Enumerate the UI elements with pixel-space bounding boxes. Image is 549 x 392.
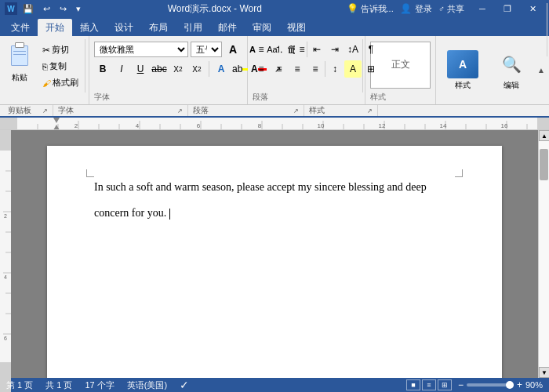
styles-expand-icon[interactable]: ↗ <box>367 107 373 114</box>
tab-insert[interactable]: 插入 <box>72 19 107 36</box>
svg-text:14: 14 <box>440 122 447 129</box>
total-pages: 共 1 页 <box>45 379 72 391</box>
clipboard-expand-icon[interactable]: ↗ <box>42 107 48 114</box>
paste-button[interactable]: 粘贴 <box>2 39 38 85</box>
increase-indent-btn[interactable]: ⇥ <box>326 41 344 58</box>
subscript-button[interactable]: X2 <box>169 60 187 78</box>
zoom-thumb[interactable] <box>506 381 514 389</box>
ribbon-right-area: A 样式 🔍 编辑 ▲ <box>436 36 549 104</box>
multi-level-btn[interactable]: ⋮≡ <box>289 41 306 58</box>
group-labels-bar: 剪贴板 ↗ 字体 ↗ 段落 ↗ 样式 ↗ <box>0 105 549 118</box>
svg-text:6: 6 <box>197 122 201 129</box>
align-left-btn[interactable]: ≡ <box>253 60 270 78</box>
text-effects-btn[interactable]: A <box>213 60 230 78</box>
share-btn[interactable]: ♂ 共享 <box>438 3 464 15</box>
border-btn[interactable]: ⊞ <box>362 60 380 78</box>
save-quick-btn[interactable]: 💾 <box>20 4 36 14</box>
spell-check-icon[interactable]: ✓ <box>180 379 189 391</box>
tab-review[interactable]: 审阅 <box>245 19 279 36</box>
document-page[interactable]: In such a soft and warm season, please a… <box>47 146 502 378</box>
font-size-select[interactable]: 五号 <box>191 42 222 57</box>
align-center-btn[interactable]: ≡ <box>271 60 288 78</box>
tab-mailings[interactable]: 邮件 <box>210 19 245 36</box>
zoom-level: 90% <box>525 380 543 390</box>
svg-rect-2 <box>17 118 537 130</box>
corner-mark-tl <box>86 169 94 177</box>
content-line1: In such a soft and warm season, please a… <box>94 177 455 197</box>
gl-styles: 样式 ↗ <box>304 105 378 116</box>
shading-btn[interactable]: A <box>344 60 362 78</box>
clipboard-group: 粘贴 ✂ 剪切 ⎘ 复制 🖌 格式刷 <box>0 36 89 104</box>
font-expand-icon[interactable]: ↗ <box>177 107 183 114</box>
scroll-down-btn[interactable]: ▼ <box>539 367 549 378</box>
window-controls: ─ ❐ ✕ <box>471 0 544 17</box>
vertical-ruler: 2 4 6 <box>0 130 11 378</box>
print-view-btn[interactable]: ■ <box>406 379 420 390</box>
copy-button[interactable]: ⎘ 复制 <box>39 59 82 74</box>
undo-btn[interactable]: ↩ <box>41 4 53 14</box>
font-group-label: 字体 <box>94 92 110 103</box>
quick-access-toolbar: 💾 ↩ ↪ ▾ <box>20 4 83 14</box>
ribbon-collapse-btn[interactable]: ▲ <box>533 66 549 74</box>
scroll-thumb[interactable] <box>540 149 548 180</box>
corner-mark-tr <box>455 169 463 177</box>
highlight-btn[interactable]: ab <box>231 60 249 78</box>
grow-font-btn[interactable]: A <box>224 41 242 58</box>
document-area: In such a soft and warm season, please a… <box>11 130 538 378</box>
svg-rect-1 <box>537 118 549 130</box>
tab-references[interactable]: 引用 <box>176 19 210 36</box>
bold-button[interactable]: B <box>94 60 111 78</box>
status-bar: 第 1 页 共 1 页 17 个字 英语(美国) ✓ ■ ≡ ⊞ − + 90% <box>0 378 549 392</box>
tab-file[interactable]: 文件 <box>3 19 38 36</box>
tab-design[interactable]: 设计 <box>107 19 141 36</box>
font-name-select[interactable]: 微软雅黑 <box>94 42 188 57</box>
styles-big-button[interactable]: A 样式 <box>439 49 486 92</box>
edit-big-button[interactable]: 🔍 编辑 <box>493 49 530 92</box>
cut-button[interactable]: ✂ 剪切 <box>39 42 82 57</box>
close-btn[interactable]: ✕ <box>521 0 544 17</box>
login-btn[interactable]: 👤 登录 <box>400 3 432 15</box>
tab-home[interactable]: 开始 <box>38 19 72 36</box>
superscript-button[interactable]: X2 <box>188 60 205 78</box>
minimize-btn[interactable]: ─ <box>471 0 494 17</box>
tab-view[interactable]: 视图 <box>279 19 314 36</box>
vertical-scrollbar[interactable]: ▲ ▼ <box>538 130 549 378</box>
svg-rect-39 <box>0 151 11 362</box>
paragraph-expand-icon[interactable]: ↗ <box>293 107 299 114</box>
svg-text:4: 4 <box>4 274 7 280</box>
tab-layout[interactable]: 布局 <box>141 19 176 36</box>
divider <box>307 42 307 57</box>
help-feedback[interactable]: 💡 告诉我... <box>347 3 394 15</box>
underline-button[interactable]: U <box>132 60 149 78</box>
sort-btn[interactable]: ↕A <box>344 41 362 58</box>
strikethrough-button[interactable]: abc <box>151 60 168 78</box>
zoom-in-btn[interactable]: + <box>517 379 522 390</box>
bullets-btn[interactable]: ≡ <box>253 41 270 58</box>
zoom-out-btn[interactable]: − <box>458 379 464 390</box>
scroll-up-btn[interactable]: ▲ <box>539 130 549 141</box>
horizontal-ruler: 2 4 6 8 10 12 14 16 <box>0 118 549 130</box>
zoom-controls: − + 90% <box>458 379 543 390</box>
ribbon-tab-bar: 文件 开始 插入 设计 布局 引用 邮件 审阅 视图 <box>0 17 549 36</box>
customize-btn[interactable]: ▾ <box>74 4 83 14</box>
format-painter-button[interactable]: 🖌 格式刷 <box>39 75 82 90</box>
decrease-indent-btn[interactable]: ⇤ <box>308 41 325 58</box>
zoom-slider[interactable] <box>467 383 514 387</box>
italic-button[interactable]: I <box>113 60 130 78</box>
view-buttons: ■ ≡ ⊞ <box>406 379 452 390</box>
paragraph-group: ≡ ⒈ ⋮≡ ⇤ ⇥ ↕A ¶ ≡ ≡ ≡ ≡ ↕ A ⊞ 段落 <box>248 36 365 104</box>
gl-font: 字体 ↗ <box>53 105 188 116</box>
show-marks-btn[interactable]: ¶ <box>362 41 380 58</box>
justify-btn[interactable]: ≡ <box>307 60 324 78</box>
numbering-btn[interactable]: ⒈ <box>271 41 288 58</box>
restore-btn[interactable]: ❐ <box>496 0 519 17</box>
redo-btn[interactable]: ↪ <box>57 4 69 14</box>
line-spacing-btn[interactable]: ↕ <box>326 60 344 78</box>
page-content[interactable]: In such a soft and warm season, please a… <box>94 177 455 223</box>
align-right-btn[interactable]: ≡ <box>289 60 306 78</box>
web-view-btn[interactable]: ⊞ <box>438 379 452 390</box>
read-view-btn[interactable]: ≡ <box>422 379 436 390</box>
title-bar-left: W 💾 ↩ ↪ ▾ <box>5 2 83 15</box>
scroll-track[interactable] <box>539 141 549 367</box>
word-count: 17 个字 <box>85 379 114 391</box>
